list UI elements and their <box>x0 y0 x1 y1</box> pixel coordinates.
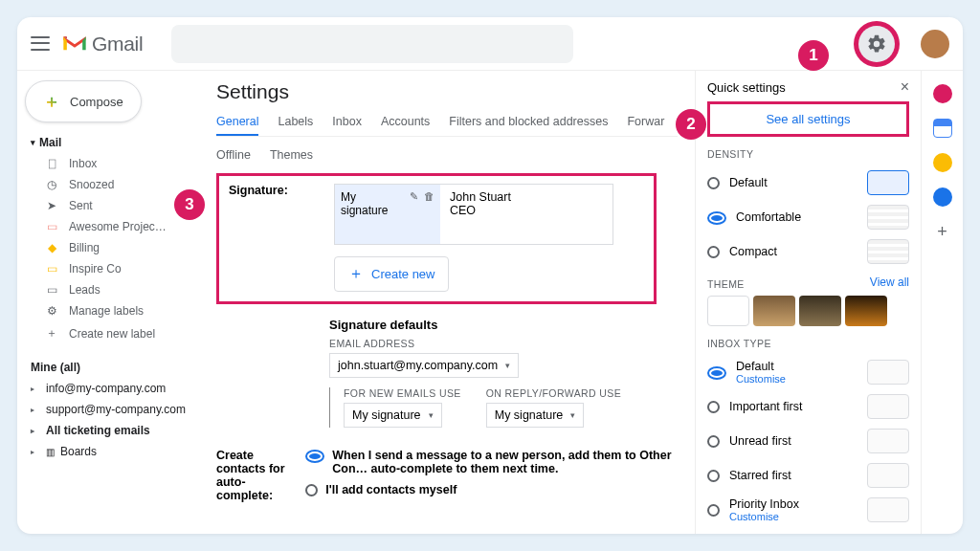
mine-section-header[interactable]: Mine (all) <box>25 357 191 378</box>
mine-item-support[interactable]: ▸support@my-company.com <box>25 399 191 420</box>
radio-icon <box>707 401 720 413</box>
theme-thumb[interactable] <box>845 296 887 326</box>
inbox-type-priority[interactable]: Priority InboxCustomise <box>707 493 909 527</box>
option-label: Default <box>736 360 786 373</box>
tab-offline[interactable]: Offline <box>216 143 251 167</box>
new-emails-label: FOR NEW EMAILS USE <box>344 387 461 399</box>
menu-icon[interactable] <box>31 34 50 54</box>
option-label: Unread first <box>729 434 791 448</box>
radio-icon <box>707 435 720 448</box>
contacts-option-manual[interactable]: I'll add contacts myself <box>305 483 678 496</box>
option-label: Important first <box>729 400 802 413</box>
signature-preview-line: CEO <box>450 204 603 217</box>
customise-link[interactable]: Customise <box>736 373 786 385</box>
inbox-type-title: INBOX TYPE <box>707 338 909 349</box>
select-value: My signature <box>352 408 421 422</box>
theme-thumb[interactable] <box>707 296 749 326</box>
density-compact[interactable]: Compact <box>707 234 909 269</box>
email-select[interactable]: john.stuart@my.company.com▾ <box>329 353 519 378</box>
create-new-signature-button[interactable]: ＋ Create new <box>334 256 449 292</box>
email-value: john.stuart@my.company.com <box>338 359 498 372</box>
radio-icon <box>707 470 720 482</box>
inbox-type-starred[interactable]: Starred first <box>707 458 909 493</box>
gmail-logo[interactable]: Gmail <box>61 32 143 56</box>
search-input[interactable] <box>171 25 573 63</box>
send-icon: ➤ <box>44 199 59 212</box>
signature-label: Signature: <box>229 184 324 245</box>
pencil-icon[interactable]: ✎ <box>410 190 418 203</box>
tab-themes[interactable]: Themes <box>270 143 313 167</box>
density-comfortable[interactable]: Comfortable <box>707 200 909 234</box>
app-icon[interactable] <box>933 84 952 103</box>
sidebar-item-sent[interactable]: ➤Sent <box>25 195 191 216</box>
theme-thumb[interactable] <box>753 296 795 326</box>
signature-panels: My signature ✎ 🗑 John Stuart CEO <box>334 184 613 245</box>
user-avatar[interactable] <box>921 30 949 58</box>
radio-icon <box>707 211 726 225</box>
density-default[interactable]: Default <box>707 165 909 200</box>
density-preview <box>867 239 909 264</box>
density-title: DENSITY <box>707 148 909 160</box>
trash-icon[interactable]: 🗑 <box>424 190 434 202</box>
label-icon: ▭ <box>44 220 59 233</box>
mail-section-header[interactable]: ▾Mail <box>25 132 191 153</box>
sidebar-item-create-label[interactable]: ＋Create new label <box>25 321 191 345</box>
settings-tabs-row2: Offline Themes <box>216 137 678 177</box>
defaults-title: Signature defaults <box>329 318 678 332</box>
option-label: Comfortable <box>736 210 801 224</box>
sidebar-item-snoozed[interactable]: ◷Snoozed <box>25 174 191 195</box>
settings-gear-button[interactable] <box>858 26 895 62</box>
inbox-type-unread[interactable]: Unread first <box>707 424 909 458</box>
inbox-preview <box>867 394 909 419</box>
tab-inbox[interactable]: Inbox <box>332 109 362 136</box>
tab-labels[interactable]: Labels <box>278 109 313 136</box>
gmail-logo-icon <box>61 32 88 56</box>
density-preview <box>867 205 909 230</box>
reply-forward-select[interactable]: My signature▾ <box>486 403 585 428</box>
sidebar-item-inbox[interactable]: ⎕Inbox <box>25 153 191 174</box>
calendar-icon[interactable] <box>933 119 952 138</box>
mine-item-label: Boards <box>60 445 97 458</box>
mine-item-ticketing[interactable]: ▸All ticketing emails <box>25 420 191 441</box>
tab-forwarding[interactable]: Forwar <box>627 109 664 136</box>
close-icon[interactable]: × <box>901 78 909 96</box>
sidebar-item-label-leads[interactable]: ▭Leads <box>25 279 191 300</box>
signature-defaults: Signature defaults EMAIL ADDRESS john.st… <box>329 318 678 428</box>
new-emails-select[interactable]: My signature▾ <box>344 403 442 428</box>
view-all-themes[interactable]: View all <box>870 276 909 289</box>
keep-icon[interactable] <box>933 153 952 172</box>
add-app-icon[interactable]: + <box>933 222 952 241</box>
mail-label: Mail <box>39 136 61 149</box>
settings-main: Settings General Labels Inbox Accounts F… <box>199 71 695 534</box>
sidebar-item-label: Create new label <box>69 327 155 341</box>
tab-general[interactable]: General <box>216 109 258 136</box>
sidebar-item-label-awesome[interactable]: ▭Awesome Projec… <box>25 216 191 237</box>
signature-preview[interactable]: John Stuart CEO <box>440 185 612 244</box>
gear-icon: ⚙ <box>44 304 59 318</box>
inbox-type-default[interactable]: DefaultCustomise <box>707 355 909 389</box>
label-icon: ◆ <box>44 241 59 254</box>
boards-icon: ▥ <box>46 447 55 457</box>
customise-link[interactable]: Customise <box>729 511 799 522</box>
signature-list-item[interactable]: My signature ✎ 🗑 <box>335 185 440 244</box>
mine-item-boards[interactable]: ▸▥Boards <box>25 441 191 462</box>
tasks-icon[interactable] <box>933 187 952 207</box>
see-all-settings-button[interactable]: See all settings <box>707 101 909 137</box>
plus-icon: ＋ <box>44 325 59 342</box>
radio-icon <box>707 504 720 517</box>
tab-filters[interactable]: Filters and blocked addresses <box>449 109 608 136</box>
sidebar-item-manage-labels[interactable]: ⚙Manage labels <box>25 300 191 321</box>
sidebar-item-label-billing[interactable]: ◆Billing <box>25 237 191 258</box>
tab-accounts[interactable]: Accounts <box>381 109 430 136</box>
gear-icon <box>866 33 887 55</box>
compose-button[interactable]: ＋ Compose <box>25 80 142 122</box>
option-label: Default <box>729 176 768 189</box>
sidebar-item-label-inspire[interactable]: ▭Inspire Co <box>25 258 191 279</box>
mine-item-info[interactable]: ▸info@my-company.com <box>25 378 191 399</box>
theme-thumbnails <box>707 296 909 326</box>
contacts-option-auto[interactable]: When I send a message to a new person, a… <box>305 449 678 475</box>
option-label: When I send a message to a new person, a… <box>332 449 678 475</box>
inbox-type-important[interactable]: Important first <box>707 389 909 424</box>
theme-thumb[interactable] <box>799 296 841 326</box>
label-icon: ▭ <box>44 283 59 297</box>
